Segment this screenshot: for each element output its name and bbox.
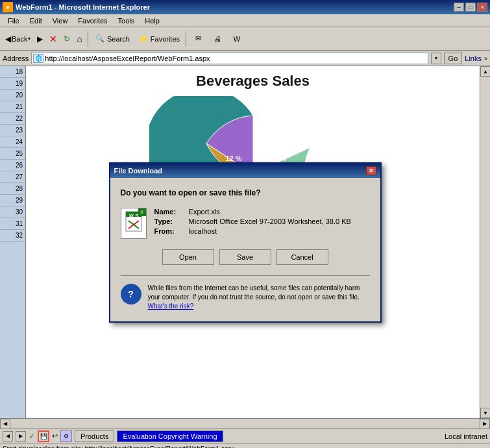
excel-file-icon: X XLS — [121, 208, 147, 239]
dialog-buttons: Open Save Cancel — [121, 249, 370, 265]
file-name-row: Name: Export.xls — [154, 208, 351, 216]
menu-edit[interactable]: Edit — [25, 16, 47, 26]
links-arrow-icon[interactable]: » — [484, 55, 487, 62]
status-save-icon[interactable]: 💾 — [38, 430, 49, 442]
file-download-dialog: File Download ✕ Do you want to open or s… — [109, 162, 382, 323]
file-from-value: localhost — [189, 227, 217, 235]
search-button[interactable]: 🔍 Search — [91, 30, 133, 48]
msn-button[interactable]: W — [228, 30, 246, 48]
dialog-title-bar: File Download ✕ — [110, 164, 380, 178]
toolbar-separator-2 — [186, 31, 186, 47]
address-input[interactable] — [45, 55, 426, 62]
tab-products[interactable]: Products — [75, 430, 114, 442]
address-label: Address — [3, 55, 29, 62]
stop-icon: ✕ — [49, 34, 57, 44]
favorites-icon: ⭐ — [138, 33, 149, 45]
dialog-title: File Download — [114, 167, 163, 175]
menu-file[interactable]: File — [3, 16, 25, 26]
status-bar: ◀ ▶ ✓ 💾 ↩ ⚙ Products Evaluation Copyrigh… — [0, 429, 490, 443]
file-type-row: Type: Microsoft Office Excel 97-2003 Wor… — [154, 218, 351, 225]
file-from-row: From: localhost — [154, 227, 351, 235]
status-left: ◀ ▶ ✓ 💾 ↩ ⚙ Products Evaluation Copyrigh… — [3, 430, 442, 442]
dialog-overlay: File Download ✕ Do you want to open or s… — [0, 66, 490, 418]
scroll-right-button[interactable]: ▶ — [480, 419, 490, 429]
whats-the-risk-link[interactable]: What's the risk? — [148, 303, 194, 310]
dialog-file-info: X XLS — [121, 208, 370, 239]
status-text: Start downloading from site: http://loca… — [3, 445, 235, 448]
msn-icon: W — [231, 33, 243, 45]
page-icon: 🌐 — [33, 54, 43, 63]
status-forward-button[interactable]: ▶ — [16, 431, 26, 442]
status-zone: Local intranet — [445, 432, 487, 440]
toolbar: ◀ Back ▾ ▶ ✕ ↻ ⌂ 🔍 Search ⭐ Favorites ✉ … — [0, 27, 490, 51]
open-button[interactable]: Open — [162, 249, 214, 265]
dialog-close-button[interactable]: ✕ — [366, 166, 376, 175]
dialog-question: Do you want to open or save this file? — [121, 188, 370, 197]
title-bar: e WebForm1 - Microsoft Internet Explorer… — [0, 0, 490, 14]
status-extra-icon[interactable]: ⚙ — [60, 430, 72, 442]
save-button[interactable]: Save — [219, 249, 271, 265]
undo-icon[interactable]: ↩ — [52, 432, 58, 440]
download-status-bar: Start downloading from site: http://loca… — [0, 443, 490, 448]
mail-icon: ✉ — [192, 33, 204, 45]
go-button[interactable]: Go — [444, 53, 463, 64]
tab-products-label: Products — [80, 432, 108, 440]
title-bar-left: e WebForm1 - Microsoft Internet Explorer — [3, 2, 150, 12]
forward-arrow-icon: ▶ — [37, 34, 43, 44]
print-button[interactable]: 🖨 — [208, 30, 227, 48]
menu-help[interactable]: Help — [140, 16, 165, 26]
mail-button[interactable]: ✉ — [189, 30, 207, 48]
scroll-left-button[interactable]: ◀ — [0, 419, 10, 429]
menu-tools[interactable]: Tools — [113, 16, 140, 26]
address-dropdown[interactable]: ▾ — [431, 53, 441, 64]
refresh-icon: ↻ — [64, 34, 70, 44]
address-bar: Address 🌐 ▾ Go Links » — [0, 51, 490, 66]
warning-message: While files from the Internet can be use… — [148, 284, 360, 301]
file-name-value: Export.xls — [189, 208, 220, 216]
favorites-label: Favorites — [151, 35, 180, 43]
tab-evaluation-label: Evaluation Copyright Warning — [123, 432, 217, 440]
menu-bar: File Edit View Favorites Tools Help — [0, 14, 490, 27]
stop-button[interactable]: ✕ — [47, 30, 60, 48]
file-from-label: From: — [154, 227, 187, 235]
links-button[interactable]: Links — [465, 55, 482, 62]
dialog-body: Do you want to open or save this file? X… — [110, 178, 380, 321]
address-input-wrap: 🌐 — [31, 53, 428, 64]
home-icon: ⌂ — [77, 34, 82, 44]
menu-favorites[interactable]: Favorites — [73, 16, 112, 26]
refresh-button[interactable]: ↻ — [61, 30, 73, 48]
menu-view[interactable]: View — [47, 16, 73, 26]
file-type-label: Type: — [154, 218, 187, 225]
toolbar-separator-1 — [88, 31, 88, 47]
favorites-button[interactable]: ⭐ Favorites — [134, 30, 183, 48]
search-label: Search — [107, 35, 130, 43]
minimize-button[interactable]: ─ — [454, 3, 464, 12]
back-arrow-icon: ◀ — [5, 34, 11, 44]
close-button[interactable]: ✕ — [477, 3, 487, 12]
ie-icon: e — [3, 2, 13, 12]
content-area: 18 19 20 21 22 23 24 25 26 27 28 29 30 3… — [0, 66, 490, 418]
cancel-button[interactable]: Cancel — [276, 249, 328, 265]
print-icon: 🖨 — [212, 33, 223, 45]
warning-text: While files from the Internet can be use… — [148, 284, 370, 311]
window-title: WebForm1 - Microsoft Internet Explorer — [16, 3, 150, 11]
excel-badge: X — [138, 208, 146, 216]
home-button[interactable]: ⌂ — [74, 30, 84, 48]
forward-button[interactable]: ▶ — [34, 30, 45, 48]
status-back-button[interactable]: ◀ — [3, 431, 13, 442]
dialog-divider — [121, 275, 370, 276]
back-label: Back — [12, 35, 27, 43]
back-button[interactable]: ◀ Back ▾ — [3, 30, 33, 48]
tab-evaluation[interactable]: Evaluation Copyright Warning — [117, 430, 223, 442]
horizontal-scrollbar[interactable]: ◀ ▶ — [0, 418, 490, 429]
file-details: Name: Export.xls Type: Microsoft Office … — [154, 208, 351, 237]
checkmark-icon: ✓ — [29, 432, 35, 441]
back-dropdown-icon: ▾ — [28, 36, 31, 42]
warning-icon: ? — [121, 284, 141, 305]
maximize-button[interactable]: □ — [465, 3, 476, 12]
title-bar-buttons: ─ □ ✕ — [454, 3, 487, 12]
dialog-warning: ? While files from the Internet can be u… — [121, 284, 370, 311]
file-type-value: Microsoft Office Excel 97-2003 Worksheet… — [189, 218, 351, 225]
file-name-label: Name: — [154, 208, 187, 216]
svg-text:XLS: XLS — [129, 213, 139, 219]
